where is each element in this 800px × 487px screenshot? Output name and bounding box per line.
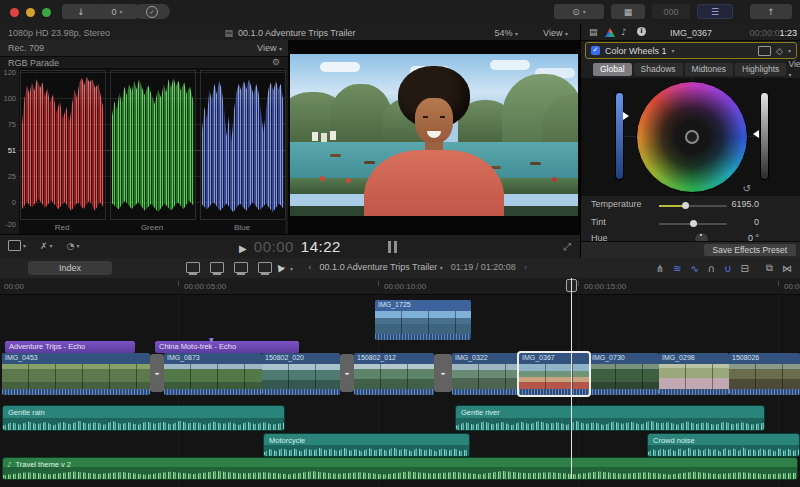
scopes-view-menu[interactable]: View ▾ [257, 43, 282, 53]
save-effects-preset-button[interactable]: Save Effects Preset [704, 244, 797, 256]
tab-highlights[interactable]: Highlights [735, 63, 786, 76]
audio-skimming-icon[interactable]: ∿ [690, 263, 698, 274]
share-icon: ↑ [767, 7, 775, 17]
storyline-clip[interactable]: IMG_0298 [659, 353, 729, 395]
zoom-window-button[interactable] [42, 8, 51, 17]
minimize-window-button[interactable] [26, 8, 35, 17]
reset-icon[interactable]: ↺ [743, 183, 751, 194]
clouds-art [320, 62, 360, 72]
tint-slider[interactable] [659, 223, 727, 225]
keyword-editor-button[interactable]: 0 ▾ [96, 4, 138, 19]
connected-clip[interactable]: IMG_1725 [375, 300, 471, 340]
share-button[interactable]: ↑ [750, 4, 792, 19]
inspector-toggle-button[interactable]: ☰ [697, 4, 733, 19]
storyline-clip[interactable]: 150802_020 [262, 353, 340, 395]
tab-shadows[interactable]: Shadows [634, 63, 683, 76]
viewer-bottom-bar: ▾ ✗ ▾ ◔ ▾ ▶ 00:00 14:22 ⤢ [0, 234, 580, 259]
temperature-slider[interactable] [659, 205, 727, 207]
video-preview [290, 54, 578, 216]
sfx-clip[interactable]: Gentle river [455, 405, 765, 431]
sfx-clip[interactable]: Crowd noise [647, 433, 800, 457]
background-tasks-button[interactable]: ✓ [134, 4, 170, 19]
clip-audio-strip [589, 389, 659, 395]
play-button[interactable]: ▶ [239, 243, 247, 254]
saturation-handle[interactable] [623, 112, 629, 120]
browser-grid-button[interactable]: ▦ [611, 4, 645, 19]
wheels-view-menu[interactable]: View ▾ [788, 59, 800, 79]
append-clip-icon[interactable] [234, 262, 248, 273]
viewer-view-menu[interactable]: View ▾ [543, 28, 568, 38]
retime-button[interactable]: ◔ ▾ [67, 240, 80, 251]
temperature-value[interactable]: 6195.0 [731, 199, 759, 209]
skimming-icon[interactable]: ≋ [673, 263, 681, 274]
enhancements-button[interactable]: ✗ ▾ [40, 240, 53, 251]
storyline-clip[interactable]: IMG_0873 [164, 353, 262, 395]
storyline-clip[interactable]: 150802_012 [354, 353, 434, 395]
sfx-clip[interactable]: Motorcycle [263, 433, 470, 457]
transition-clip[interactable]: ◂▸ [434, 354, 452, 392]
music-clip[interactable]: ♪ Travel theme v 2 [2, 457, 798, 480]
clip-thumbnail [375, 311, 471, 334]
scope-display-button[interactable]: ▾ [8, 240, 26, 251]
storyline-clip[interactable]: IMG_0322 [452, 353, 519, 395]
index-button[interactable]: Index [28, 261, 112, 275]
playhead[interactable] [571, 278, 572, 479]
color-wheels-effect-header[interactable]: ✓ Color Wheels 1 ▾ ◇ ▾ [585, 42, 797, 59]
timeline-forward-button[interactable]: › [524, 262, 528, 272]
tab-global[interactable]: Global [593, 63, 632, 76]
colorspace-label: Rec. 709 [8, 43, 44, 53]
close-window-button[interactable] [10, 8, 19, 17]
storyline-clip-selected[interactable]: IMG_0367 [519, 353, 589, 395]
clip-outline-icon[interactable]: ⋔ [656, 263, 664, 274]
tint-value[interactable]: 0 [754, 217, 759, 227]
effect-frame-icon[interactable] [758, 46, 771, 56]
snapping-icon[interactable]: ∪ [724, 263, 731, 274]
media-browser-button[interactable]: ⊙ ▾ [554, 4, 604, 19]
expand-viewer-icon[interactable]: ⤢ [563, 241, 571, 253]
ruler-label: 00:00:10:00 [384, 282, 426, 291]
audio-fx-clip[interactable]: Adventure Trips - Echo [5, 341, 135, 353]
media-box-icon[interactable]: ⊟ [740, 263, 748, 274]
color-wheel-puck[interactable] [685, 130, 699, 144]
storyline-clip[interactable]: IMG_0453 [2, 353, 150, 395]
brightness-slider[interactable] [760, 92, 769, 180]
keyframe-diamond-icon[interactable]: ◇ [776, 46, 783, 56]
audio-meters[interactable] [388, 241, 391, 253]
marker-icon[interactable]: ▼ [209, 336, 214, 343]
tab-midtones[interactable]: Midtones [685, 63, 734, 76]
video-inspector-icon[interactable]: ▤ [589, 27, 598, 37]
timeline-options-icon[interactable]: ⋈ [782, 263, 792, 274]
clip-audio-strip [375, 334, 471, 340]
color-inspector-icon[interactable] [605, 28, 615, 37]
audio-fx-clip[interactable]: China Moto-trek - Echo [155, 341, 299, 353]
clip-audio-strip [452, 389, 519, 395]
axis-120: 120 [0, 68, 16, 77]
sfx-clip[interactable]: Gentle rain [2, 405, 285, 431]
timeline-project-menu[interactable]: 00.1.0 Adventure Trips Trailer ▾ [320, 262, 443, 272]
transition-clip[interactable]: ◂▸ [150, 354, 164, 392]
solo-headphones-icon[interactable]: ∩ [708, 263, 715, 274]
timecode-display-button[interactable]: 000 [652, 4, 690, 19]
timeline-back-button[interactable]: ‹ [308, 262, 312, 272]
audio-inspector-icon[interactable]: ♪ [621, 27, 627, 37]
rgb-parade-graph: Red Green Blue [19, 68, 285, 234]
saturation-slider[interactable] [615, 92, 624, 180]
overwrite-clip-icon[interactable] [258, 262, 272, 273]
effect-enabled-checkbox[interactable]: ✓ [591, 46, 600, 55]
brightness-handle[interactable] [753, 130, 759, 138]
insert-clip-icon[interactable] [210, 262, 224, 273]
viewer-zoom-menu[interactable]: 54% ▾ [494, 28, 518, 38]
storyline-clip[interactable]: 1508026 [729, 353, 800, 395]
connect-clip-icon[interactable] [186, 262, 200, 273]
import-media-button[interactable]: ↓ [62, 4, 100, 19]
timecode-hours: 00:00 [254, 238, 294, 255]
storyline-clip[interactable]: IMG_0730 [589, 353, 659, 395]
scope-settings-icon[interactable]: ⚙ [272, 57, 280, 67]
transition-clip[interactable]: ◂▸ [340, 354, 354, 392]
duplicate-timeline-icon[interactable]: ⧉ [766, 262, 773, 274]
music-note-icon: ♪ [7, 461, 11, 469]
chevron-down-icon[interactable]: ▾ [290, 265, 293, 272]
timeline-ruler[interactable]: 00:00 00:00:05:00 00:00:10:00 00:00:15:0… [0, 278, 800, 295]
clip-thumbnail [729, 364, 800, 389]
info-inspector-icon[interactable]: i [637, 27, 646, 36]
